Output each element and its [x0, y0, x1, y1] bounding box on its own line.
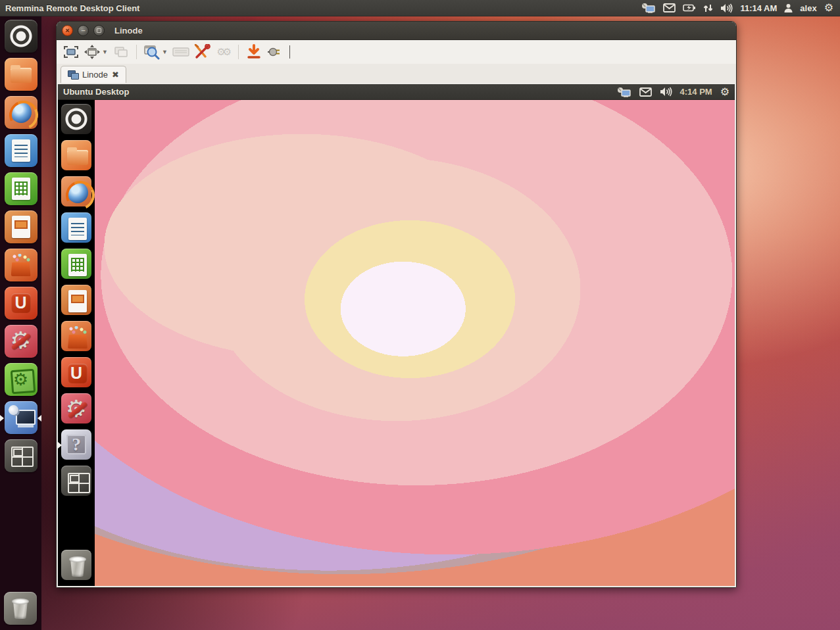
libreoffice-impress-launcher[interactable] — [5, 210, 37, 243]
system-settings-launcher[interactable] — [61, 393, 91, 424]
remmina-launcher[interactable] — [5, 401, 37, 434]
battery-indicator-icon[interactable] — [683, 4, 696, 12]
libreoffice-writer-launcher[interactable] — [61, 212, 91, 243]
preferences-button: ⚙⚙ — [214, 43, 232, 61]
volume-indicator-icon[interactable] — [720, 3, 733, 13]
screenshot-button[interactable] — [245, 43, 263, 61]
window-minimize-button[interactable]: – — [78, 25, 89, 36]
host-clock[interactable]: 11:14 AM — [740, 3, 777, 13]
focus-caret — [289, 45, 290, 59]
workspace-switcher-launcher[interactable] — [5, 439, 37, 472]
disconnect-button[interactable] — [266, 43, 284, 61]
remote-top-panel: Ubuntu Desktop 4:14 PM ⚙ — [58, 84, 735, 100]
remote-session-icon — [68, 70, 78, 79]
window-titlebar[interactable]: × – Linode — [57, 22, 736, 40]
window-close-button[interactable]: × — [62, 25, 73, 36]
libreoffice-calc-launcher[interactable] — [5, 172, 37, 205]
connection-tabstrip: Linode ✖ — [57, 64, 736, 83]
remote-desktop-area[interactable] — [58, 100, 735, 586]
active-app-title: Remmina Remote Desktop Client — [0, 3, 139, 13]
mail-indicator-icon[interactable] — [663, 3, 676, 12]
tab-label: Linode — [82, 70, 108, 80]
remote-unity-launcher — [58, 100, 95, 586]
libreoffice-calc-launcher[interactable] — [61, 249, 91, 279]
host-unity-launcher — [0, 16, 41, 630]
firefox-launcher[interactable] — [5, 96, 37, 129]
remote-viewport[interactable]: Ubuntu Desktop 4:14 PM ⚙ — [57, 83, 736, 587]
toggle-fullscreen-button[interactable] — [62, 43, 80, 61]
session-user-name[interactable]: alex — [800, 3, 816, 13]
toolbar-separator — [238, 45, 239, 59]
running-indicator-arrow — [0, 415, 4, 422]
remote-desktop-wallpaper — [58, 100, 735, 586]
tab-close-icon[interactable]: ✖ — [112, 70, 119, 80]
fit-window-button[interactable] — [83, 43, 101, 61]
toolbar-separator — [136, 45, 137, 59]
firefox-launcher[interactable] — [61, 176, 91, 206]
window-title: Linode — [114, 26, 143, 36]
workspace-switcher-launcher[interactable] — [61, 466, 91, 496]
window-maximize-button[interactable] — [93, 25, 105, 36]
libreoffice-writer-launcher[interactable] — [5, 134, 37, 167]
trash-launcher[interactable] — [4, 592, 37, 625]
ubuntu-software-center-launcher[interactable] — [61, 321, 91, 351]
tab-linode[interactable]: Linode ✖ — [61, 66, 126, 83]
dash-home-button[interactable] — [5, 20, 37, 53]
dash-home-button[interactable] — [61, 104, 91, 134]
tools-button[interactable] — [193, 43, 211, 61]
focused-indicator-arrow — [37, 415, 41, 422]
focused-indicator-arrow — [58, 442, 62, 448]
fit-window-dropdown[interactable]: ▼ — [102, 49, 108, 55]
remmina-window: × – Linode ▼ ▼ ⚙⚙ — [56, 21, 737, 588]
remote-clock[interactable]: 4:14 PM — [680, 87, 712, 97]
session-gear-icon[interactable]: ⚙ — [824, 3, 833, 13]
software-updater-launcher[interactable] — [5, 363, 37, 396]
mail-indicator-icon[interactable] — [639, 87, 652, 97]
scaled-mode-button[interactable] — [143, 43, 161, 61]
network-traffic-indicator-icon[interactable] — [703, 3, 713, 13]
ubuntu-one-launcher[interactable] — [5, 287, 37, 320]
remote-desktop-indicator-icon[interactable] — [617, 87, 631, 97]
duplicate-connection-button — [112, 43, 130, 61]
remmina-toolbar: ▼ ▼ ⚙⚙ — [57, 40, 736, 64]
volume-indicator-icon[interactable] — [660, 87, 672, 97]
gears-icon: ⚙⚙ — [216, 46, 229, 58]
home-folder-launcher[interactable] — [5, 58, 37, 91]
unknown-window-launcher[interactable] — [61, 429, 91, 460]
session-gear-icon[interactable]: ⚙ — [720, 87, 729, 97]
grab-keyboard-button — [172, 43, 190, 61]
system-settings-launcher[interactable] — [5, 325, 37, 358]
ubuntu-software-center-launcher[interactable] — [5, 249, 37, 281]
trash-launcher[interactable] — [61, 550, 91, 580]
scaled-mode-dropdown[interactable]: ▼ — [162, 49, 168, 55]
host-top-panel: Remmina Remote Desktop Client 11:14 AM a… — [0, 0, 840, 16]
user-icon — [784, 3, 793, 12]
remote-indicator-tray: 4:14 PM ⚙ — [617, 87, 735, 97]
host-indicator-tray: 11:14 AM alex ⚙ — [641, 3, 840, 13]
ubuntu-one-launcher[interactable] — [61, 357, 91, 387]
libreoffice-impress-launcher[interactable] — [61, 285, 91, 315]
remote-panel-title: Ubuntu Desktop — [58, 87, 129, 97]
remote-desktop-indicator-icon[interactable] — [641, 3, 656, 13]
home-folder-launcher[interactable] — [61, 140, 91, 170]
